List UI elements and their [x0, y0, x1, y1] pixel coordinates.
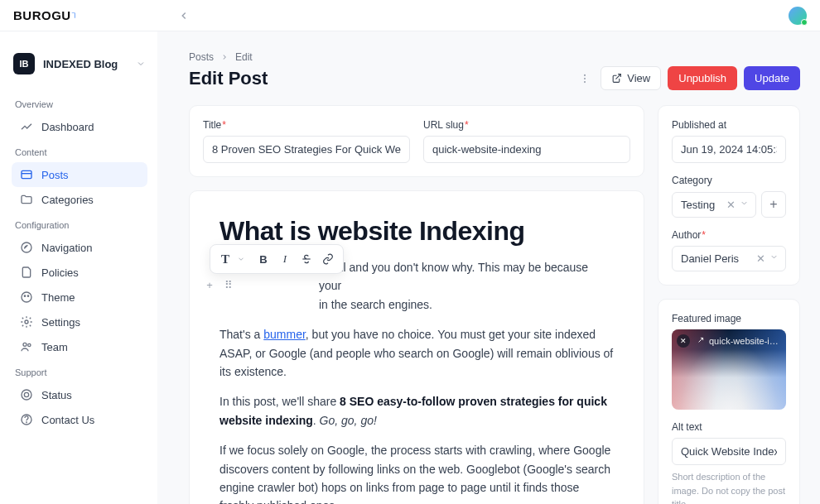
sidebar-item-contact-us[interactable]: Contact Us — [12, 407, 147, 432]
external-link-icon[interactable] — [695, 337, 704, 346]
trend-icon — [20, 120, 33, 133]
tag-label: Daniel Peris — [681, 252, 739, 265]
svg-point-4 — [22, 292, 31, 302]
update-button[interactable]: Update — [744, 66, 800, 90]
sidebar-item-label: Theme — [41, 291, 75, 304]
clear-icon[interactable]: ✕ — [756, 252, 765, 265]
sidebar-item-theme[interactable]: Theme — [12, 285, 147, 310]
published-at-label: Published at — [672, 119, 786, 131]
gear-icon — [20, 315, 33, 329]
more-menu[interactable] — [576, 70, 594, 88]
svg-point-11 — [24, 392, 28, 396]
chevron-down-icon — [136, 59, 146, 69]
category-select[interactable]: Testing ✕ — [672, 192, 756, 218]
button-label: View — [627, 72, 650, 84]
sidebar-item-settings[interactable]: Settings — [12, 310, 147, 334]
author-select[interactable]: Daniel Peris ✕ — [672, 246, 786, 271]
slug-input[interactable] — [423, 136, 630, 163]
sidebar-item-dashboard[interactable]: Dashboard — [12, 114, 147, 139]
workspace-badge: IB — [13, 53, 35, 74]
page-title: Edit Post — [189, 68, 268, 89]
slug-label: URL slug — [423, 119, 630, 131]
chevron-down-icon[interactable] — [769, 252, 779, 265]
category-label: Category — [672, 175, 786, 186]
italic-button[interactable]: I — [275, 249, 295, 269]
paragraph[interactable]: In this post, we'll share 8 SEO easy-to-… — [219, 392, 614, 430]
featured-image-preview[interactable]: ✕ quick-website-ind… — [672, 329, 786, 410]
sidebar-item-label: Navigation — [41, 242, 92, 254]
add-category-button[interactable]: + — [761, 191, 786, 218]
user-avatar[interactable] — [789, 7, 807, 25]
breadcrumb-edit: Edit — [235, 51, 253, 63]
text-type-button[interactable]: T — [215, 249, 235, 269]
svg-point-14 — [584, 74, 586, 75]
link[interactable]: bummer — [263, 328, 306, 341]
title-label: Title — [203, 119, 410, 131]
workspace-name: INDEXED Blog — [43, 58, 128, 70]
published-at-input[interactable] — [672, 136, 786, 163]
unpublish-button[interactable]: Unpublish — [668, 66, 737, 90]
svg-point-13 — [27, 422, 27, 423]
section-configuration: Configuration — [15, 220, 147, 230]
title-input[interactable] — [203, 136, 410, 163]
svg-point-2 — [22, 242, 31, 252]
svg-rect-0 — [22, 170, 31, 178]
strike-button[interactable] — [297, 249, 316, 269]
remove-image-button[interactable]: ✕ — [677, 334, 690, 348]
alt-text-label: Alt text — [672, 421, 786, 433]
svg-point-9 — [28, 343, 31, 346]
compass-icon — [20, 241, 33, 254]
svg-point-16 — [584, 81, 586, 83]
sidebar-item-label: Dashboard — [41, 121, 94, 133]
sidebar-item-label: Policies — [41, 266, 79, 279]
document-title[interactable]: What is website Indexing — [219, 216, 614, 247]
back-icon[interactable] — [178, 10, 190, 22]
posts-icon — [20, 168, 33, 181]
sidebar-item-team[interactable]: Team — [12, 334, 147, 359]
folder-icon — [20, 193, 33, 206]
external-link-icon — [611, 73, 622, 84]
svg-point-5 — [24, 295, 25, 296]
section-overview: Overview — [15, 99, 147, 109]
clear-icon[interactable]: ✕ — [726, 199, 736, 211]
featured-image-label: Featured image — [672, 313, 786, 324]
chevron-down-icon[interactable] — [740, 199, 749, 211]
svg-point-15 — [584, 77, 586, 79]
sidebar-item-label: Status — [41, 389, 72, 401]
drag-handle[interactable]: ⠿ — [221, 278, 234, 291]
link-button[interactable] — [318, 249, 338, 269]
sidebar-item-policies[interactable]: Policies — [12, 260, 147, 285]
workspace-switcher[interactable]: IB INDEXED Blog — [12, 51, 147, 91]
sidebar-item-label: Contact Us — [41, 414, 94, 426]
document-icon — [20, 266, 33, 279]
svg-point-7 — [25, 320, 28, 324]
button-label: Update — [755, 72, 789, 84]
sidebar-item-status[interactable]: Status — [12, 382, 147, 407]
alt-help-text: Short description of the image. Do not c… — [672, 470, 786, 504]
section-content: Content — [15, 147, 147, 157]
app-logo: BUROGU — [13, 8, 78, 22]
status-icon — [20, 388, 33, 401]
insert-block-button[interactable]: + — [203, 278, 216, 291]
view-button[interactable]: View — [601, 66, 661, 90]
tag-label: Testing — [681, 199, 715, 211]
sidebar-item-label: Posts — [41, 169, 69, 181]
section-support: Support — [15, 367, 147, 377]
sidebar-item-label: Team — [41, 341, 68, 353]
svg-marker-3 — [24, 245, 27, 248]
chevron-down-icon[interactable] — [237, 255, 245, 263]
sidebar-item-posts[interactable]: Posts — [12, 162, 147, 187]
svg-point-6 — [27, 295, 28, 296]
palette-icon — [20, 290, 33, 304]
chevron-right-icon — [220, 53, 229, 61]
sidebar-item-label: Categories — [41, 194, 94, 206]
text-toolbar: T B I — [210, 244, 344, 274]
sidebar-item-navigation[interactable]: Navigation — [12, 235, 147, 260]
author-label: Author — [672, 229, 786, 241]
alt-text-input[interactable] — [672, 438, 786, 465]
sidebar-item-categories[interactable]: Categories — [12, 187, 147, 212]
breadcrumb-posts[interactable]: Posts — [189, 51, 214, 63]
paragraph[interactable]: If we focus solely on Google, the proces… — [219, 441, 614, 504]
bold-button[interactable]: B — [253, 249, 273, 269]
paragraph[interactable]: That's a bummer, but you have no choice.… — [219, 325, 614, 381]
